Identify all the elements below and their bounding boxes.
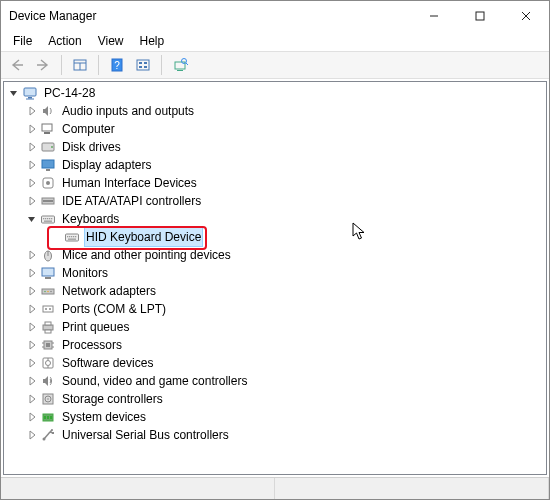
menu-view[interactable]: View bbox=[90, 32, 132, 50]
expand-icon[interactable] bbox=[26, 123, 38, 135]
statusbar bbox=[1, 477, 549, 499]
expand-icon[interactable] bbox=[26, 177, 38, 189]
expand-icon[interactable] bbox=[26, 285, 38, 297]
menu-help[interactable]: Help bbox=[132, 32, 173, 50]
tree-category-node[interactable]: Human Interface Devices bbox=[4, 174, 546, 192]
software-icon bbox=[40, 355, 56, 371]
svg-point-28 bbox=[46, 181, 50, 185]
tree-node-label: Audio inputs and outputs bbox=[60, 102, 196, 120]
svg-rect-13 bbox=[144, 66, 147, 68]
toolbar-scan-button[interactable] bbox=[168, 54, 192, 76]
svg-rect-38 bbox=[66, 234, 79, 241]
port-icon bbox=[40, 301, 56, 317]
toolbar: ? bbox=[1, 51, 549, 79]
expand-icon[interactable] bbox=[26, 141, 38, 153]
svg-rect-47 bbox=[42, 268, 54, 276]
tree-category-node[interactable]: Processors bbox=[4, 336, 546, 354]
svg-rect-33 bbox=[45, 218, 46, 219]
svg-rect-31 bbox=[42, 216, 55, 223]
expand-icon[interactable] bbox=[26, 321, 38, 333]
tree-category-node[interactable]: Network adapters bbox=[4, 282, 546, 300]
usb-icon bbox=[40, 427, 56, 443]
display-icon bbox=[40, 157, 56, 173]
expand-icon[interactable] bbox=[26, 267, 38, 279]
mouse-icon bbox=[40, 247, 56, 263]
tree-node-label: Software devices bbox=[60, 354, 155, 372]
toolbar-view-button[interactable] bbox=[131, 54, 155, 76]
scan-hardware-icon bbox=[172, 58, 188, 72]
menu-file[interactable]: File bbox=[5, 32, 40, 50]
keyboard-icon bbox=[64, 229, 80, 245]
svg-point-50 bbox=[44, 291, 46, 293]
computer-root-icon bbox=[22, 85, 38, 101]
tree-category-node[interactable]: Ports (COM & LPT) bbox=[4, 300, 546, 318]
tree-node-label: Disk drives bbox=[60, 138, 123, 156]
tree-category-node[interactable]: Keyboards bbox=[4, 210, 546, 228]
device-tree-pane[interactable]: PC-14-28Audio inputs and outputsComputer… bbox=[3, 81, 547, 475]
svg-rect-58 bbox=[45, 330, 51, 333]
tree-category-node[interactable]: Mice and other pointing devices bbox=[4, 246, 546, 264]
tree-category-node[interactable]: System devices bbox=[4, 408, 546, 426]
tree-node-label: Mice and other pointing devices bbox=[60, 246, 233, 264]
svg-rect-44 bbox=[68, 239, 76, 240]
tree-category-node[interactable]: Audio inputs and outputs bbox=[4, 102, 546, 120]
expand-icon[interactable] bbox=[26, 303, 38, 315]
expand-icon[interactable] bbox=[26, 393, 38, 405]
menu-action[interactable]: Action bbox=[40, 32, 89, 50]
maximize-button[interactable] bbox=[457, 1, 503, 31]
help-icon: ? bbox=[109, 58, 125, 72]
svg-rect-26 bbox=[46, 169, 50, 171]
expand-icon[interactable] bbox=[26, 105, 38, 117]
expand-icon[interactable] bbox=[26, 429, 38, 441]
speaker-icon bbox=[40, 103, 56, 119]
svg-rect-37 bbox=[44, 221, 52, 222]
toolbar-back-button[interactable] bbox=[5, 54, 29, 76]
tree-category-node[interactable]: Sound, video and game controllers bbox=[4, 372, 546, 390]
toolbar-separator bbox=[61, 55, 62, 75]
expand-icon[interactable] bbox=[26, 159, 38, 171]
tree-root-node[interactable]: PC-14-28 bbox=[4, 84, 546, 102]
tree-category-node[interactable]: Print queues bbox=[4, 318, 546, 336]
svg-text:?: ? bbox=[114, 60, 120, 71]
maximize-icon bbox=[475, 11, 485, 21]
expand-icon[interactable] bbox=[26, 357, 38, 369]
close-button[interactable] bbox=[503, 1, 549, 31]
tree-category-node[interactable]: Display adapters bbox=[4, 156, 546, 174]
tree-category-node[interactable]: Software devices bbox=[4, 354, 546, 372]
tree-node-label: PC-14-28 bbox=[42, 84, 97, 102]
toolbar-help-button[interactable]: ? bbox=[105, 54, 129, 76]
svg-rect-39 bbox=[67, 236, 68, 237]
toolbar-forward-button[interactable] bbox=[31, 54, 55, 76]
expand-icon[interactable] bbox=[26, 375, 38, 387]
tree-node-label: HID Keyboard Device bbox=[84, 227, 203, 247]
svg-rect-32 bbox=[43, 218, 44, 219]
tree-node-label: Universal Serial Bus controllers bbox=[60, 426, 231, 444]
tree-node-label: Processors bbox=[60, 336, 124, 354]
tree-category-node[interactable]: IDE ATA/ATAPI controllers bbox=[4, 192, 546, 210]
expand-icon[interactable] bbox=[26, 411, 38, 423]
svg-point-55 bbox=[49, 308, 51, 310]
forward-arrow-icon bbox=[35, 58, 51, 72]
svg-point-66 bbox=[46, 361, 51, 366]
toolbar-properties-button[interactable] bbox=[68, 54, 92, 76]
expand-icon[interactable] bbox=[26, 195, 38, 207]
tree-category-node[interactable]: Universal Serial Bus controllers bbox=[4, 426, 546, 444]
tree-device-node[interactable]: HID Keyboard Device bbox=[4, 228, 546, 246]
tree-category-node[interactable]: Computer bbox=[4, 120, 546, 138]
window-controls bbox=[411, 1, 549, 31]
svg-rect-75 bbox=[50, 416, 52, 419]
svg-rect-34 bbox=[47, 218, 48, 219]
expand-icon[interactable] bbox=[26, 339, 38, 351]
svg-rect-19 bbox=[28, 97, 32, 99]
minimize-button[interactable] bbox=[411, 1, 457, 31]
tree-category-node[interactable]: Monitors bbox=[4, 264, 546, 282]
tree-category-node[interactable]: Disk drives bbox=[4, 138, 546, 156]
collapse-icon[interactable] bbox=[8, 87, 20, 99]
toolbar-separator bbox=[161, 55, 162, 75]
collapse-icon[interactable] bbox=[26, 213, 38, 225]
svg-line-77 bbox=[44, 432, 50, 439]
hid-icon bbox=[40, 175, 56, 191]
expand-icon[interactable] bbox=[26, 249, 38, 261]
tree-category-node[interactable]: Storage controllers bbox=[4, 390, 546, 408]
toolbar-separator bbox=[98, 55, 99, 75]
